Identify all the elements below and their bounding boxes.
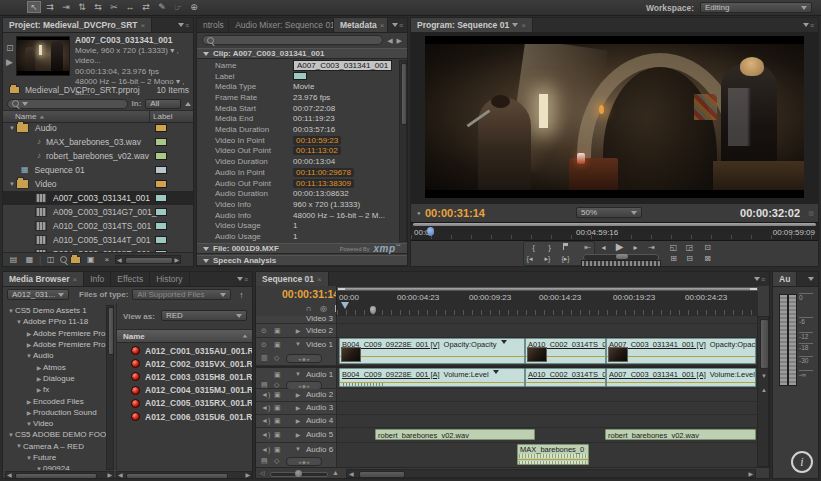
- step-back-button[interactable]: ◂: [597, 242, 610, 253]
- timeline-clip-a010-video[interactable]: A010_C002_0314TS_00: [525, 338, 606, 364]
- sync-lock-icon[interactable]: ▣: [274, 417, 281, 424]
- search-in-dropdown[interactable]: All: [145, 99, 181, 109]
- go-to-next-edit-button[interactable]: ⇥: [645, 242, 658, 253]
- tree-item[interactable]: ▼Camera A – RED: [5, 441, 106, 452]
- opacity-rubber-band[interactable]: [607, 356, 755, 357]
- speaker-icon[interactable]: ◄): [261, 417, 270, 424]
- track-label[interactable]: Video 3: [306, 314, 333, 323]
- metadata-search-input[interactable]: [202, 35, 383, 45]
- razor-tool-button[interactable]: ✂: [107, 1, 121, 13]
- tab-info[interactable]: Info: [84, 272, 111, 286]
- keyframe-icon[interactable]: ◇: [274, 457, 279, 464]
- tab-audio-meters[interactable]: Au: [773, 272, 797, 286]
- search-options-caret-icon[interactable]: [22, 102, 28, 106]
- speaker-icon[interactable]: ◄): [261, 446, 270, 453]
- project-row-sequence[interactable]: ▦ Sequence 01: [3, 163, 193, 177]
- zoom-tool-button[interactable]: ⊕: [187, 1, 201, 13]
- metadata-file-section-header[interactable]: File: 0001D9.MXF Powered By xmp™: [197, 243, 407, 254]
- opacity-rubber-band[interactable]: [340, 356, 524, 357]
- volume-rubber-band[interactable]: [607, 382, 755, 383]
- tree-item[interactable]: ▶Production Sound: [5, 407, 106, 418]
- metadata-vscrollbar[interactable]: [399, 60, 407, 242]
- timeline-clip-robert2[interactable]: robert_barebones_v02.wav: [605, 429, 756, 440]
- speaker-icon[interactable]: ◄): [261, 391, 270, 398]
- sync-lock-icon[interactable]: ▣: [274, 391, 281, 398]
- tab-sequence-01[interactable]: Sequence 01 ×: [256, 272, 329, 286]
- zoom-level-dropdown[interactable]: 50%: [576, 207, 642, 218]
- icon-view-icon[interactable]: ▦: [23, 254, 36, 265]
- speaker-icon[interactable]: ◄): [261, 431, 270, 438]
- poster-frame-icon[interactable]: ⊡: [6, 44, 14, 53]
- timeline-clip-robert1[interactable]: robert_barebones_v02.wav: [375, 429, 535, 440]
- tree-item[interactable]: ▼090924: [5, 463, 106, 470]
- timeline-clip-a007-video[interactable]: A007_C003_031341_001 [V]Opacity:Opacity: [606, 338, 756, 364]
- panel-menu-icon[interactable]: ≡: [233, 272, 252, 286]
- automate-to-sequence-icon[interactable]: ◫: [44, 254, 57, 265]
- meta-value-link[interactable]: 00:11:13:38309: [293, 179, 354, 188]
- timeline-clip-b004-audio[interactable]: B004_C009_09228E_001 [A]Volume:Level: [339, 368, 525, 387]
- step-forward-button[interactable]: ▸: [629, 242, 642, 253]
- track-label[interactable]: Video 1: [306, 340, 333, 349]
- trim-button[interactable]: ⊠: [701, 253, 714, 264]
- rolling-edit-tool-button[interactable]: ⇅: [75, 1, 89, 13]
- hand-tool-button[interactable]: ☞: [171, 1, 185, 13]
- chevron-down-icon[interactable]: [512, 23, 518, 27]
- lift-button[interactable]: ◱: [667, 242, 680, 253]
- meta-value-link[interactable]: 00:11:00:29678: [293, 168, 354, 177]
- snap-icon[interactable]: ∩: [302, 303, 315, 314]
- sync-lock-icon[interactable]: ▣: [274, 371, 281, 378]
- tab-program[interactable]: Program: Sequence 01 ×: [411, 18, 533, 32]
- toggle-track-output-icon[interactable]: ⊙: [261, 327, 267, 334]
- project-row-video-bin[interactable]: ▼ Video: [3, 177, 193, 191]
- clear-icon[interactable]: ×: [100, 254, 113, 265]
- find-icon[interactable]: [60, 256, 67, 263]
- tree-item[interactable]: ▶Adobe Premiere Pro Pr: [5, 339, 106, 350]
- play-button[interactable]: ▶: [613, 241, 626, 252]
- tree-item[interactable]: ▼Video: [5, 418, 106, 429]
- tab-audio-mixer[interactable]: Audio Mixer: Sequence 01: [229, 18, 334, 32]
- tree-item[interactable]: ▶Dialogue: [5, 373, 106, 384]
- project-row-a010c005[interactable]: A010_C005_03144T_001: [3, 233, 193, 247]
- close-icon[interactable]: ×: [380, 21, 385, 30]
- keyframe-icon[interactable]: ◇: [274, 381, 279, 388]
- sync-lock-icon[interactable]: ▣: [274, 327, 281, 334]
- project-search-input[interactable]: [7, 99, 128, 109]
- play-in-to-out-button[interactable]: {▸}: [559, 253, 572, 264]
- timeline-clip-b004-video[interactable]: B004_C009_09228E_001 [V]Opacity:Opacity: [339, 338, 525, 364]
- up-one-level-button[interactable]: ↑: [235, 289, 248, 300]
- panel-menu-icon[interactable]: ≡: [799, 18, 818, 32]
- collapse-find-icon[interactable]: [185, 102, 191, 106]
- track-label[interactable]: Audio 4: [306, 416, 333, 425]
- speaker-icon[interactable]: ◄): [261, 404, 270, 411]
- set-display-style-icon[interactable]: ▤: [261, 457, 268, 464]
- jog-control[interactable]: [581, 260, 661, 267]
- timeline-zoom-slider[interactable]: [270, 472, 328, 477]
- project-row-a007[interactable]: A007_C003_031341_001: [3, 191, 193, 205]
- slide-tool-button[interactable]: ⇄: [139, 1, 153, 13]
- info-button[interactable]: i: [791, 451, 813, 473]
- volume-rubber-band[interactable]: [518, 459, 588, 460]
- view-as-dropdown[interactable]: RED: [161, 310, 247, 321]
- set-encore-chapter-marker-icon[interactable]: ◎: [317, 303, 330, 314]
- work-area-bar[interactable]: [337, 287, 758, 291]
- media-file-row[interactable]: A012_C003_0315H8_001.R3D: [117, 370, 253, 383]
- media-file-row[interactable]: A012_C002_0315VX_001.R3D: [117, 357, 253, 370]
- column-name[interactable]: Name: [3, 112, 36, 121]
- sync-lock-icon[interactable]: ▣: [274, 404, 281, 411]
- tree-item[interactable]: ▶Encoded Files: [5, 395, 106, 406]
- media-tree-hscrollbar[interactable]: ◀ ▶: [5, 471, 114, 479]
- safe-margins-button[interactable]: ⊟: [683, 253, 696, 264]
- tab-project[interactable]: Project: Medieval_DVCPro_SRT ×: [3, 18, 152, 32]
- project-row-robert-wav[interactable]: ♪ robert_barebones_v02.wav: [3, 149, 193, 163]
- track-label[interactable]: Audio 5: [306, 430, 333, 439]
- label-chip[interactable]: [155, 208, 167, 216]
- program-current-timecode[interactable]: 00:00:31:14: [425, 207, 485, 219]
- tab-media-browser[interactable]: Media Browser ×: [3, 272, 84, 286]
- tree-item[interactable]: ▼Future: [5, 452, 106, 463]
- project-row-max-wav[interactable]: ♪ MAX_barebones_03.wav: [3, 135, 193, 149]
- track-label[interactable]: Audio 3: [306, 403, 333, 412]
- close-icon[interactable]: ×: [317, 275, 322, 284]
- keyframe-icon[interactable]: ◇: [274, 354, 279, 361]
- recent-directory-dropdown[interactable]: A012_031...: [7, 289, 69, 300]
- close-icon[interactable]: ×: [521, 21, 526, 30]
